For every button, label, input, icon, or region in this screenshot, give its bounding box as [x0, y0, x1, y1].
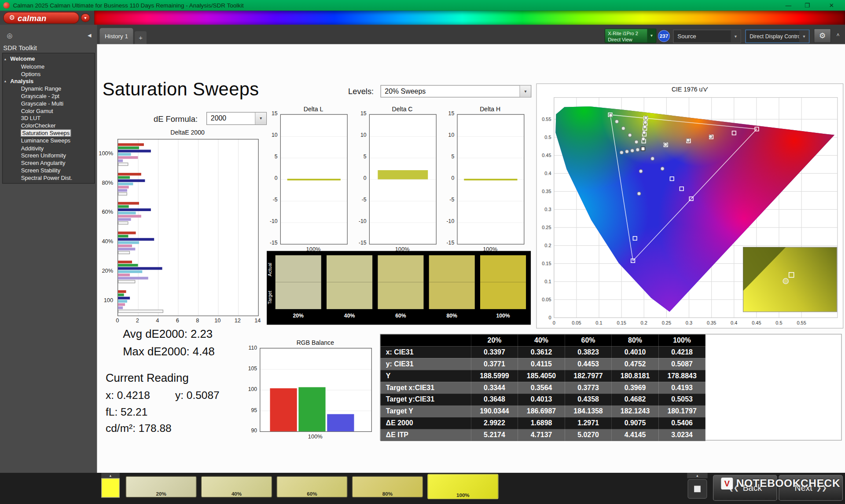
delta-h-y-axis: 151050-5-10-15: [440, 114, 456, 244]
table-column-header: 80%: [612, 334, 659, 346]
table-cell: 0.3564: [518, 382, 565, 394]
pattern-window-button[interactable]: [687, 479, 707, 499]
deltae-bar: [118, 146, 139, 149]
sidebar-section-label: Analysis: [10, 78, 33, 84]
source-dropdown-arrow[interactable]: ▼: [731, 30, 740, 43]
axis-tick-label: -15: [359, 240, 367, 245]
tab-history-1[interactable]: History 1: [100, 28, 133, 44]
table-row-label: ΔE 2000: [380, 417, 471, 429]
sidebar-item-3d-lut[interactable]: 3D LUT: [3, 115, 94, 122]
source-selector[interactable]: Source ▼: [673, 29, 741, 43]
sidebar-item-welcome[interactable]: Welcome: [3, 63, 94, 70]
meter-selector[interactable]: X-Rite i1Pro 2 Direct View ▼: [605, 29, 657, 43]
display-control-dropdown-arrow[interactable]: ▼: [799, 30, 809, 43]
cie-measured-marker: [621, 127, 625, 130]
sidebar-item-label: Color Gamut: [21, 107, 53, 114]
deltae-bar: [118, 248, 135, 250]
cie-measured-marker: [637, 192, 641, 195]
svg-text:0.05: 0.05: [572, 320, 581, 325]
minimize-button[interactable]: —: [780, 0, 797, 11]
table-row-target-y: Target Y190.0344186.6987184.1358182.1243…: [380, 405, 705, 417]
de-formula-dropdown[interactable]: 2000 ▼: [206, 112, 267, 125]
target-circle-icon[interactable]: ◎: [5, 31, 14, 40]
cie-measured-marker: [709, 135, 713, 139]
deltae-y-axis: 100%80%60%40%20%100: [91, 139, 115, 315]
settings-gear-button[interactable]: ⚙: [814, 29, 831, 43]
table-cell: 5.2174: [471, 429, 518, 441]
deltae-bar: [118, 202, 139, 205]
level-swatch-button-80[interactable]: 80%: [352, 476, 423, 497]
level-swatch-button-40[interactable]: 40%: [201, 476, 272, 497]
rgb-bar-red: [270, 388, 297, 431]
sidebar-item-luminance-sweeps[interactable]: Luminance Sweeps: [3, 137, 94, 145]
sidebar-item-screen-stability[interactable]: Screen Stability: [3, 167, 94, 175]
avg-de2000: Avg dE2000: 2.23: [123, 327, 213, 340]
level-swatch-button-20[interactable]: 20%: [125, 476, 197, 497]
sidebar-item-screen-uniformity[interactable]: Screen Uniformity: [3, 152, 94, 160]
sidebar-section-welcome[interactable]: ▴Welcome: [3, 55, 94, 63]
deltae-bar: [118, 182, 133, 185]
maximize-button[interactable]: ❐: [799, 0, 816, 11]
table-cell: 4.7137: [518, 429, 565, 441]
level-swatch-button-100[interactable]: 100%: [427, 474, 499, 500]
deltae-bar: [118, 261, 132, 263]
sidebar-item-grayscale-multi[interactable]: Grayscale - Multi: [3, 100, 94, 107]
sidebar-item-spectral-power-dist[interactable]: Spectral Power Dist.: [3, 174, 94, 182]
deltae-bar: [118, 264, 138, 267]
swatch-target: [327, 282, 372, 309]
close-button[interactable]: ✕: [823, 0, 840, 11]
axis-tick-label: -5: [273, 197, 278, 202]
axis-tick-label: 95: [251, 407, 257, 413]
sidebar-item-saturation-sweeps[interactable]: Saturation Sweeps: [3, 130, 94, 137]
next-button[interactable]: Next ❯❯: [779, 475, 843, 501]
level-swatch-label: 80%: [353, 491, 422, 497]
table-row-label: y: CIE31: [380, 358, 471, 370]
cie-measured-marker: [687, 139, 690, 142]
deltae-chart-title: DeltaE 2000: [118, 129, 257, 136]
sidebar-item-colorchecker[interactable]: ColorChecker: [3, 122, 94, 130]
sidebar-section-analysis[interactable]: ▴Analysis: [3, 78, 94, 85]
delta-value-bar: [287, 179, 340, 180]
table-row-label: ΔE ITP: [380, 429, 471, 441]
swatch-target: [429, 282, 475, 309]
sidebar-item-screen-angularity[interactable]: Screen Angularity: [3, 160, 94, 167]
sidebar-item-color-gamut[interactable]: Color Gamut: [3, 107, 94, 115]
deltae-chart-plot: [118, 139, 259, 316]
sidebar-item-additivity[interactable]: Additivity: [3, 145, 94, 152]
sidebar-item-grayscale-2pt[interactable]: Grayscale - 2pt: [3, 93, 94, 100]
axis-tick-label: 0: [275, 175, 278, 181]
sidebar-item-label: Grayscale - Multi: [21, 100, 63, 106]
display-control-selector[interactable]: Direct Display Control ▼: [745, 29, 809, 43]
axis-tick-label: 5: [451, 153, 454, 159]
rgb-balance-x-label: 100%: [260, 433, 371, 439]
swatch-actual: [327, 255, 372, 282]
levels-dropdown-arrow[interactable]: ▼: [519, 86, 531, 97]
level-swatch-label: 60%: [277, 491, 347, 497]
table-column-header: 20%: [471, 334, 518, 346]
back-button[interactable]: ❮❮ Back: [713, 475, 777, 501]
sidebar-item-dynamic-range[interactable]: Dynamic Range: [3, 85, 94, 93]
de-formula-label: dE Formula:: [154, 114, 198, 124]
sidebar-collapse-icon[interactable]: ◀: [85, 31, 94, 40]
svg-text:0.25: 0.25: [662, 320, 671, 325]
level-swatch-button-60[interactable]: 60%: [276, 476, 348, 497]
pattern-popup-tab[interactable]: ▲: [101, 473, 120, 478]
window-popup-tab[interactable]: ▲: [687, 473, 708, 478]
axis-tick-label: 6: [171, 317, 184, 324]
sidebar-section-label: Welcome: [10, 55, 35, 62]
levels-dropdown[interactable]: 20% Sweeps ▼: [380, 85, 531, 97]
add-tab-button[interactable]: +: [135, 31, 147, 44]
table-cell: 0.4682: [612, 394, 659, 405]
svg-text:0.2: 0.2: [641, 320, 647, 325]
swatch-level-label: 40%: [327, 309, 372, 319]
meter-dropdown-arrow[interactable]: ▼: [647, 29, 656, 43]
back-button-label: Back: [743, 483, 762, 493]
sidebar-item-options[interactable]: Options: [3, 70, 94, 78]
svg-text:0.55: 0.55: [797, 320, 806, 325]
calman-menu-arrow[interactable]: ▼: [81, 14, 90, 22]
calman-menu-button[interactable]: ⚙ calman: [3, 12, 79, 24]
axis-tick-label: 15: [360, 110, 367, 116]
collapse-panel-chevron[interactable]: ˄: [833, 30, 843, 41]
active-color-patch-button[interactable]: [101, 478, 120, 497]
axis-tick-label: -5: [362, 197, 367, 202]
